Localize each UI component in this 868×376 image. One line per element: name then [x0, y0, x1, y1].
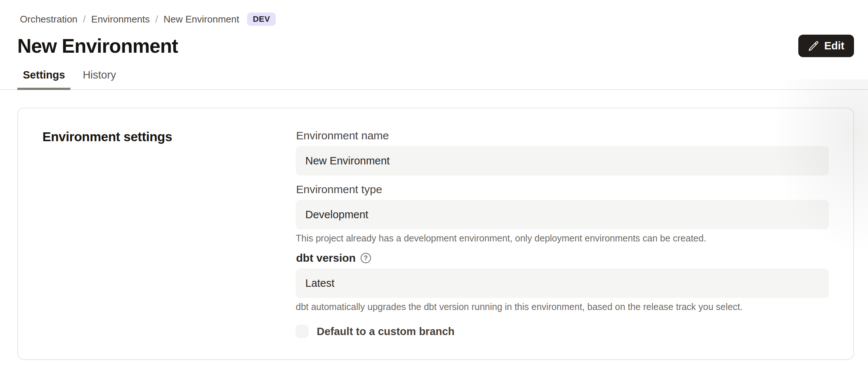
dbt-version-field: dbt version ? Latest dbt automatically u…: [296, 251, 829, 313]
dbt-version-label-row: dbt version ?: [296, 251, 829, 265]
environment-type-helper-text: This project already has a development e…: [296, 232, 829, 244]
environment-name-value: New Environment: [305, 155, 390, 167]
breadcrumb-separator: /: [83, 13, 86, 25]
help-icon[interactable]: ?: [361, 253, 371, 263]
tab-bar: Settings History: [0, 64, 868, 90]
card-form-column: Environment name New Environment Environ…: [296, 129, 829, 338]
dbt-version-value: Latest: [305, 277, 334, 289]
breadcrumb-separator: /: [155, 13, 158, 25]
breadcrumb-environments[interactable]: Environments: [91, 13, 150, 25]
custom-branch-checkbox[interactable]: [296, 325, 308, 338]
dbt-version-label: dbt version: [296, 251, 356, 265]
breadcrumb-orchestration[interactable]: Orchestration: [20, 13, 77, 25]
card-heading-column: Environment settings: [42, 129, 296, 338]
dbt-version-helper-text: dbt automatically upgrades the dbt versi…: [296, 301, 829, 313]
page-title: New Environment: [17, 35, 178, 57]
breadcrumb: Orchestration / Environments / New Envir…: [20, 13, 854, 26]
tab-settings[interactable]: Settings: [17, 64, 70, 89]
environment-name-field: Environment name New Environment: [296, 129, 829, 175]
environment-type-label: Environment type: [296, 183, 829, 196]
environment-dev-badge: DEV: [247, 13, 276, 26]
page-header: New Environment Edit: [17, 35, 854, 57]
environment-name-input[interactable]: New Environment: [296, 146, 829, 175]
environment-type-field: Environment type Development This projec…: [296, 183, 829, 244]
edit-button[interactable]: Edit: [798, 35, 854, 57]
custom-branch-row: Default to a custom branch: [296, 325, 829, 338]
breadcrumb-new-environment[interactable]: New Environment: [164, 13, 239, 25]
tab-history[interactable]: History: [77, 64, 121, 89]
environment-type-value: Development: [305, 209, 368, 221]
environment-settings-card: Environment settings Environment name Ne…: [17, 108, 854, 360]
environment-name-label: Environment name: [296, 129, 829, 142]
environment-type-input[interactable]: Development: [296, 200, 829, 229]
pencil-icon: [808, 41, 819, 52]
custom-branch-label: Default to a custom branch: [317, 325, 455, 338]
dbt-version-input[interactable]: Latest: [296, 268, 829, 298]
card-heading: Environment settings: [42, 129, 296, 145]
edit-button-label: Edit: [824, 40, 844, 52]
